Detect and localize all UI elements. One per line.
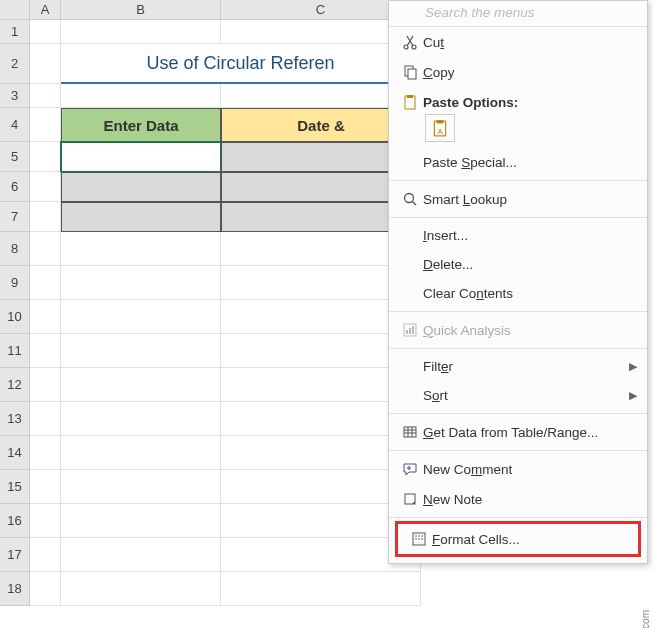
table-header-enter-data[interactable]: Enter Data bbox=[61, 108, 221, 142]
menu-separator bbox=[389, 348, 647, 349]
cell[interactable] bbox=[61, 84, 221, 108]
cell-b5[interactable] bbox=[61, 142, 221, 172]
menu-label: Clear Contents bbox=[423, 286, 637, 301]
paste-default-button[interactable]: A bbox=[425, 114, 455, 142]
menu-label: Cut bbox=[423, 35, 637, 50]
cell[interactable] bbox=[30, 572, 61, 606]
menu-label: Copy bbox=[423, 65, 637, 80]
menu-search[interactable]: Search the menus bbox=[389, 1, 647, 27]
row-header[interactable]: 4 bbox=[0, 108, 30, 142]
menu-cut[interactable]: Cut bbox=[389, 27, 647, 57]
chevron-right-icon: ▶ bbox=[629, 389, 637, 402]
menu-smart-lookup[interactable]: Smart Lookup bbox=[389, 184, 647, 214]
cell[interactable] bbox=[61, 266, 221, 300]
menu-insert[interactable]: Insert... bbox=[389, 221, 647, 250]
menu-delete[interactable]: Delete... bbox=[389, 250, 647, 279]
row-header[interactable]: 10 bbox=[0, 300, 30, 334]
cell[interactable] bbox=[61, 402, 221, 436]
cell[interactable] bbox=[61, 470, 221, 504]
svg-rect-15 bbox=[404, 427, 416, 437]
table-icon bbox=[397, 424, 423, 440]
row-header[interactable]: 11 bbox=[0, 334, 30, 368]
cell[interactable] bbox=[30, 300, 61, 334]
menu-separator bbox=[389, 217, 647, 218]
row-header[interactable]: 12 bbox=[0, 368, 30, 402]
cell[interactable] bbox=[30, 266, 61, 300]
row-header[interactable]: 6 bbox=[0, 172, 30, 202]
cell[interactable] bbox=[61, 538, 221, 572]
row-header[interactable]: 16 bbox=[0, 504, 30, 538]
row-header[interactable]: 8 bbox=[0, 232, 30, 266]
cell[interactable] bbox=[30, 470, 61, 504]
cell[interactable] bbox=[61, 572, 221, 606]
cell[interactable] bbox=[30, 368, 61, 402]
cell[interactable] bbox=[30, 142, 61, 172]
cell[interactable] bbox=[61, 334, 221, 368]
svg-point-1 bbox=[412, 45, 416, 49]
row-header[interactable]: 15 bbox=[0, 470, 30, 504]
paste-options-row: A bbox=[389, 112, 647, 148]
menu-format-cells[interactable]: Format Cells... bbox=[398, 524, 638, 554]
menu-label: Filter bbox=[423, 359, 629, 374]
menu-clear-contents[interactable]: Clear Contents bbox=[389, 279, 647, 308]
menu-label: Insert... bbox=[423, 228, 637, 243]
cut-icon bbox=[397, 34, 423, 50]
search-icon bbox=[397, 191, 423, 207]
menu-separator bbox=[389, 450, 647, 451]
note-icon bbox=[397, 491, 423, 507]
cell[interactable] bbox=[30, 202, 61, 232]
menu-label: Smart Lookup bbox=[423, 192, 637, 207]
svg-point-0 bbox=[404, 45, 408, 49]
svg-rect-3 bbox=[408, 69, 416, 79]
col-header[interactable]: B bbox=[61, 0, 221, 20]
svg-point-9 bbox=[405, 194, 414, 203]
cell[interactable] bbox=[221, 572, 421, 606]
menu-get-data[interactable]: Get Data from Table/Range... bbox=[389, 417, 647, 447]
cell[interactable] bbox=[30, 504, 61, 538]
title-cell[interactable]: Use of Circular Referen bbox=[61, 44, 421, 84]
cell[interactable] bbox=[61, 504, 221, 538]
cell[interactable] bbox=[61, 436, 221, 470]
row-header[interactable]: 17 bbox=[0, 538, 30, 572]
row-header[interactable]: 14 bbox=[0, 436, 30, 470]
menu-label: Format Cells... bbox=[432, 532, 628, 547]
row-header[interactable]: 18 bbox=[0, 572, 30, 606]
row-header[interactable]: 7 bbox=[0, 202, 30, 232]
menu-label: Paste Special... bbox=[423, 155, 637, 170]
cell[interactable] bbox=[30, 538, 61, 572]
cell[interactable] bbox=[61, 20, 221, 44]
row-header[interactable]: 5 bbox=[0, 142, 30, 172]
row-header[interactable]: 3 bbox=[0, 84, 30, 108]
menu-paste-special[interactable]: Paste Special... bbox=[389, 148, 647, 177]
cell[interactable] bbox=[61, 300, 221, 334]
menu-new-comment[interactable]: New Comment bbox=[389, 454, 647, 484]
menu-paste-options-header: Paste Options: bbox=[389, 87, 647, 112]
col-header[interactable]: A bbox=[30, 0, 61, 20]
cell[interactable] bbox=[30, 334, 61, 368]
select-all-corner[interactable] bbox=[0, 0, 30, 20]
menu-label: Get Data from Table/Range... bbox=[423, 425, 637, 440]
menu-new-note[interactable]: New Note bbox=[389, 484, 647, 514]
cell[interactable] bbox=[30, 20, 61, 44]
cell[interactable] bbox=[61, 368, 221, 402]
cell[interactable] bbox=[30, 172, 61, 202]
cell[interactable] bbox=[30, 84, 61, 108]
chevron-right-icon: ▶ bbox=[629, 360, 637, 373]
cell[interactable] bbox=[30, 44, 61, 84]
row-header[interactable]: 13 bbox=[0, 402, 30, 436]
menu-copy[interactable]: Copy bbox=[389, 57, 647, 87]
menu-filter[interactable]: Filter ▶ bbox=[389, 352, 647, 381]
cell[interactable] bbox=[30, 402, 61, 436]
cell[interactable] bbox=[30, 108, 61, 142]
menu-sort[interactable]: Sort ▶ bbox=[389, 381, 647, 410]
row-header[interactable]: 2 bbox=[0, 44, 30, 84]
cell[interactable] bbox=[61, 232, 221, 266]
clipboard-icon bbox=[397, 94, 423, 110]
cell-b6[interactable] bbox=[61, 172, 221, 202]
row-header[interactable]: 1 bbox=[0, 20, 30, 44]
svg-point-25 bbox=[418, 535, 420, 537]
cell-b7[interactable] bbox=[61, 202, 221, 232]
cell[interactable] bbox=[30, 436, 61, 470]
row-header[interactable]: 9 bbox=[0, 266, 30, 300]
cell[interactable] bbox=[30, 232, 61, 266]
